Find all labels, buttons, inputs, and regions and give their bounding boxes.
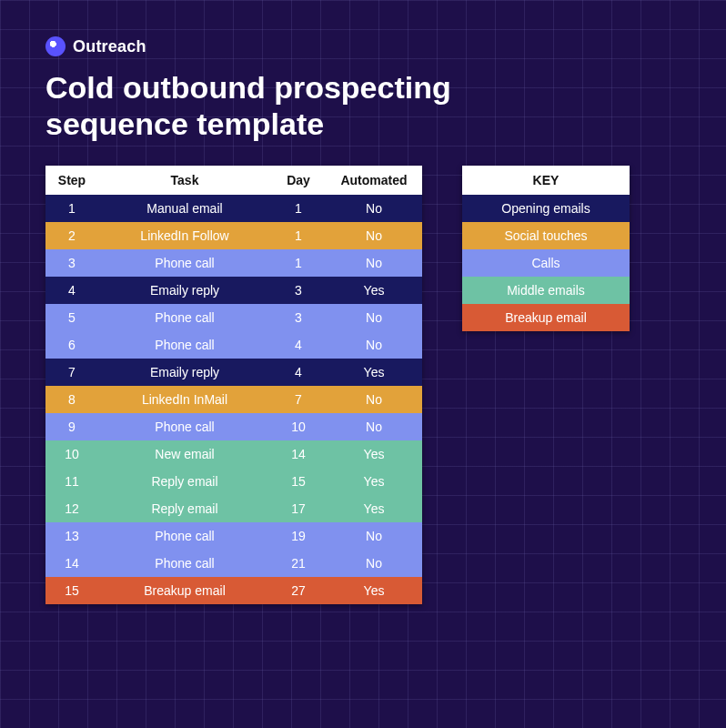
cell-task: Reply email bbox=[98, 468, 271, 495]
cell-automated: No bbox=[326, 522, 422, 550]
brand-logo: Outreach bbox=[45, 36, 681, 56]
cell-automated: No bbox=[326, 249, 422, 277]
cell-step: 10 bbox=[45, 440, 98, 468]
cell-step: 1 bbox=[45, 195, 98, 222]
cell-day: 3 bbox=[271, 277, 326, 304]
cell-automated: Yes bbox=[326, 440, 422, 468]
cell-automated: Yes bbox=[326, 495, 422, 522]
cell-day: 14 bbox=[271, 440, 326, 468]
content: Step Task Day Automated 1Manual email1No… bbox=[45, 166, 681, 604]
cell-day: 1 bbox=[271, 195, 326, 222]
cell-day: 3 bbox=[271, 304, 326, 331]
legend-item: Social touches bbox=[462, 222, 630, 249]
cell-day: 15 bbox=[271, 468, 326, 495]
table-row: 9Phone call10No bbox=[45, 413, 422, 440]
cell-task: Emaily reply bbox=[98, 359, 271, 386]
table-row: 11Reply email15Yes bbox=[45, 468, 422, 495]
cell-task: Phone call bbox=[98, 304, 271, 331]
table-row: 13Phone call19No bbox=[45, 522, 422, 550]
table-header-row: Step Task Day Automated bbox=[45, 166, 422, 195]
cell-day: 1 bbox=[271, 222, 326, 249]
cell-step: 11 bbox=[45, 468, 98, 495]
table-row: 12Reply email17Yes bbox=[45, 495, 422, 522]
cell-day: 4 bbox=[271, 331, 326, 359]
cell-step: 14 bbox=[45, 550, 98, 577]
cell-step: 9 bbox=[45, 413, 98, 440]
cell-step: 4 bbox=[45, 277, 98, 304]
cell-task: Phone call bbox=[98, 550, 271, 577]
cell-task: New email bbox=[98, 440, 271, 468]
header-automated: Automated bbox=[326, 166, 422, 195]
table-row: 6Phone call4No bbox=[45, 331, 422, 359]
cell-day: 4 bbox=[271, 359, 326, 386]
table-row: 4Emaily reply3Yes bbox=[45, 277, 422, 304]
page: Outreach Cold outbound prospecting seque… bbox=[0, 0, 726, 641]
legend-item: Calls bbox=[462, 249, 630, 277]
cell-day: 10 bbox=[271, 413, 326, 440]
table-row: 10New email14Yes bbox=[45, 440, 422, 468]
cell-task: Breakup email bbox=[98, 577, 271, 604]
cell-automated: No bbox=[326, 386, 422, 413]
cell-task: Emaily reply bbox=[98, 277, 271, 304]
table-row: 8LinkedIn InMail7No bbox=[45, 386, 422, 413]
table-row: 5Phone call3No bbox=[45, 304, 422, 331]
cell-day: 1 bbox=[271, 249, 326, 277]
cell-step: 7 bbox=[45, 359, 98, 386]
brand-mark-icon bbox=[45, 36, 66, 56]
table-row: 1Manual email1No bbox=[45, 195, 422, 222]
header-step: Step bbox=[45, 166, 98, 195]
cell-automated: Yes bbox=[326, 577, 422, 604]
cell-day: 7 bbox=[271, 386, 326, 413]
cell-automated: No bbox=[326, 195, 422, 222]
cell-automated: Yes bbox=[326, 359, 422, 386]
cell-automated: No bbox=[326, 550, 422, 577]
cell-automated: No bbox=[326, 413, 422, 440]
cell-step: 13 bbox=[45, 522, 98, 550]
table-row: 7Emaily reply4Yes bbox=[45, 359, 422, 386]
cell-task: Phone call bbox=[98, 331, 271, 359]
cell-task: LinkedIn Follow bbox=[98, 222, 271, 249]
table-row: 14Phone call21No bbox=[45, 550, 422, 577]
cell-step: 2 bbox=[45, 222, 98, 249]
cell-day: 17 bbox=[271, 495, 326, 522]
table-row: 2LinkedIn Follow1No bbox=[45, 222, 422, 249]
header-task: Task bbox=[98, 166, 271, 195]
cell-step: 5 bbox=[45, 304, 98, 331]
legend-item: Middle emails bbox=[462, 277, 630, 304]
cell-day: 27 bbox=[271, 577, 326, 604]
cell-automated: Yes bbox=[326, 468, 422, 495]
cell-automated: No bbox=[326, 331, 422, 359]
cell-step: 8 bbox=[45, 386, 98, 413]
cell-automated: Yes bbox=[326, 277, 422, 304]
cell-task: Phone call bbox=[98, 522, 271, 550]
table-row: 3Phone call1No bbox=[45, 249, 422, 277]
cell-task: LinkedIn InMail bbox=[98, 386, 271, 413]
sequence-table: Step Task Day Automated 1Manual email1No… bbox=[45, 166, 422, 604]
brand-name: Outreach bbox=[73, 37, 146, 56]
cell-task: Phone call bbox=[98, 413, 271, 440]
cell-automated: No bbox=[326, 304, 422, 331]
cell-step: 6 bbox=[45, 331, 98, 359]
table-row: 15Breakup email27Yes bbox=[45, 577, 422, 604]
cell-task: Phone call bbox=[98, 249, 271, 277]
cell-step: 15 bbox=[45, 577, 98, 604]
header-day: Day bbox=[271, 166, 326, 195]
cell-step: 3 bbox=[45, 249, 98, 277]
cell-automated: No bbox=[326, 222, 422, 249]
cell-day: 19 bbox=[271, 522, 326, 550]
page-title: Cold outbound prospecting sequence templ… bbox=[45, 69, 555, 142]
legend-item: Breakup email bbox=[462, 304, 630, 331]
cell-task: Reply email bbox=[98, 495, 271, 522]
legend-item: Opening emails bbox=[462, 195, 630, 222]
cell-day: 21 bbox=[271, 550, 326, 577]
cell-step: 12 bbox=[45, 495, 98, 522]
legend: KEY Opening emailsSocial touchesCallsMid… bbox=[462, 166, 630, 331]
cell-task: Manual email bbox=[98, 195, 271, 222]
legend-header: KEY bbox=[462, 166, 630, 195]
